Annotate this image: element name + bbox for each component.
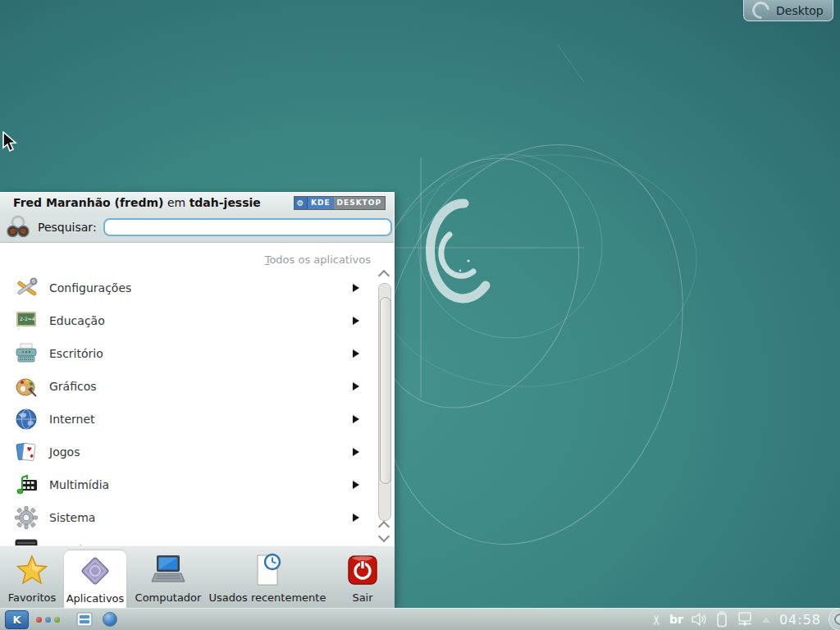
klipper-scissors-icon[interactable]: ✂: [649, 614, 664, 624]
binoculars-search-icon: [5, 214, 31, 240]
desktop-toolbox[interactable]: Desktop: [743, 0, 833, 21]
kde-gear-icon: ⚙: [294, 197, 308, 209]
tab-favoritos[interactable]: Favoritos: [0, 546, 64, 609]
red-dot-icon: [36, 617, 42, 623]
scroll-up-icon[interactable]: [378, 270, 390, 281]
category-list: Configurações 2-2=4 Educação: [0, 272, 377, 546]
menu-item-label: Escritório: [49, 347, 103, 360]
menu-item-label: Educação: [49, 314, 105, 327]
user-name: Fred Maranhão (fredm): [13, 196, 163, 209]
search-label: Pesquisar:: [38, 221, 97, 234]
kickoff-application-list: Todos os aplicativos Configurações: [0, 244, 377, 546]
scroll-down-icon[interactable]: [378, 531, 390, 542]
computer-icon: [148, 550, 188, 590]
toolbox-swirl-icon: [749, 0, 774, 22]
desktop-badge-text: DESKTOP: [334, 197, 385, 209]
submenu-arrow-icon: [353, 317, 359, 325]
recent-documents-icon: [249, 550, 285, 590]
menu-item-multimidia[interactable]: Multimídia: [0, 468, 377, 501]
menu-item-jogos[interactable]: ♥ ♦ Jogos: [0, 436, 377, 468]
kickoff-header: Fred Maranhão (fredm) em tdah-jessie ⚙ K…: [0, 193, 394, 212]
kde-kickoff-launcher-button[interactable]: K: [5, 610, 29, 629]
desktop-toolbox-label: Desktop: [776, 4, 824, 17]
multimedia-icon: [13, 472, 39, 498]
education-icon: 2-2=4: [13, 308, 39, 334]
menu-item-label: Internet: [49, 413, 95, 426]
utilities-icon: [13, 537, 39, 546]
system-gear-icon: [13, 504, 39, 531]
menu-item-configuracoes[interactable]: Configurações: [0, 272, 377, 304]
search-input[interactable]: [103, 218, 392, 236]
kde-desktop-badge: ⚙ KDE DESKTOP: [294, 196, 386, 210]
tab-label: Usados recentemente: [209, 591, 326, 604]
office-icon: [13, 340, 39, 367]
submenu-arrow-icon: [353, 382, 359, 390]
tab-label: Computador: [135, 591, 202, 604]
menu-item-utilitarios[interactable]: Utilitários: [0, 534, 377, 546]
pager-icon[interactable]: [76, 612, 93, 627]
submenu-arrow-icon: [353, 481, 359, 489]
battery-icon[interactable]: [716, 611, 728, 628]
tab-computador[interactable]: Computador: [126, 546, 210, 609]
svg-text:♦: ♦: [29, 453, 34, 460]
mouse-cursor: [2, 131, 20, 153]
green-dot-icon: [54, 617, 60, 623]
applications-diamond-icon: [77, 551, 113, 591]
menu-item-sistema[interactable]: Sistema: [0, 501, 377, 534]
tab-label: Aplicativos: [66, 592, 125, 605]
scrollbar-thumb[interactable]: [380, 297, 391, 484]
tray-expander-icon[interactable]: [762, 617, 770, 623]
tab-sair[interactable]: Sair: [336, 546, 389, 609]
star-icon: [15, 550, 49, 590]
kickoff-search-row: Pesquisar:: [0, 212, 394, 243]
scrollbar-track[interactable]: [378, 283, 391, 521]
tab-label: Sair: [352, 591, 372, 604]
bottom-panel: K ✂ br: [0, 608, 840, 630]
kde-badge-text: KDE: [308, 197, 334, 209]
menu-item-educacao[interactable]: 2-2=4 Educação: [0, 304, 377, 337]
tab-aplicativos[interactable]: Aplicativos: [64, 550, 126, 609]
menu-item-label: Jogos: [49, 445, 80, 459]
menu-item-graficos[interactable]: Gráficos: [0, 370, 377, 403]
tab-usados-recentemente[interactable]: Usados recentemente: [210, 546, 325, 609]
submenu-arrow-icon: [353, 284, 359, 292]
volume-speaker-icon[interactable]: [691, 612, 709, 627]
kickoff-tab-bar: Favoritos Aplicativos: [0, 546, 395, 609]
submenu-arrow-icon: [353, 349, 359, 358]
menu-item-escritorio[interactable]: Escritório: [0, 337, 377, 370]
user-host-label: Fred Maranhão (fredm) em tdah-jessie: [13, 196, 261, 209]
submenu-arrow-icon: [353, 448, 359, 456]
games-icon: ♥ ♦: [13, 439, 39, 465]
leave-power-icon: [345, 550, 380, 590]
menu-item-internet[interactable]: Internet: [0, 403, 377, 436]
breadcrumb-all-applications[interactable]: Todos os aplicativos: [0, 244, 377, 266]
menu-item-label: Multimídia: [49, 478, 109, 491]
svg-text:2-2=4: 2-2=4: [20, 316, 35, 322]
blue-ball-icon[interactable]: [103, 612, 117, 627]
graphics-icon: [13, 373, 39, 399]
menu-item-label: Configurações: [49, 281, 131, 294]
connector-text: em: [167, 196, 185, 209]
scrollbar[interactable]: [377, 272, 390, 546]
submenu-arrow-icon: [353, 514, 359, 522]
digital-clock[interactable]: 04:58: [779, 612, 821, 628]
blue-dot-icon: [45, 617, 51, 623]
device-notifier-icon[interactable]: [735, 611, 755, 628]
internet-icon: [13, 406, 39, 432]
submenu-arrow-icon: [353, 415, 359, 423]
desktop: Desktop Fred Maranhão (fredm) em tdah-je…: [0, 0, 840, 630]
settings-icon: [13, 275, 39, 301]
activities-icon[interactable]: [36, 617, 60, 623]
keyboard-layout-indicator[interactable]: br: [669, 613, 683, 626]
tab-label: Favoritos: [8, 591, 57, 604]
plasma-toolbox-icon[interactable]: [829, 608, 840, 630]
kickoff-launcher: Fred Maranhão (fredm) em tdah-jessie ⚙ K…: [0, 192, 395, 608]
menu-item-label: Gráficos: [49, 380, 97, 393]
host-name: tdah-jessie: [189, 196, 261, 209]
menu-item-label: Sistema: [49, 511, 95, 524]
